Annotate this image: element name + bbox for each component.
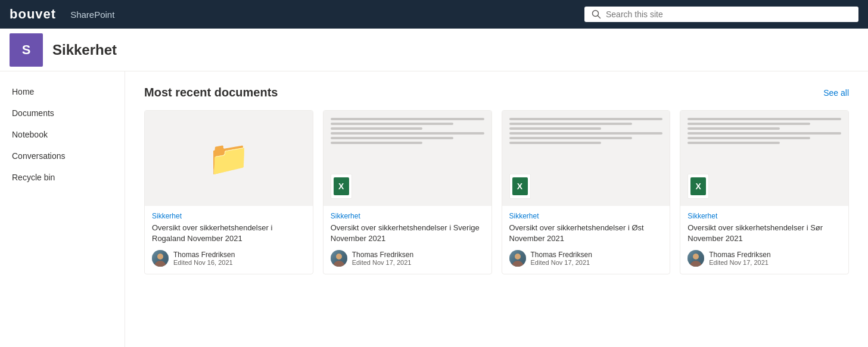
thumb-line	[687, 132, 841, 135]
author-info: Thomas Fredriksen Edited Nov 17, 2021	[352, 251, 413, 266]
author-info: Thomas Fredriksen Edited Nov 16, 2021	[173, 251, 235, 266]
thumb-line	[331, 132, 484, 135]
avatar	[152, 250, 169, 267]
app-name: SharePoint	[70, 10, 114, 20]
search-box[interactable]	[584, 7, 858, 22]
doc-name: Oversikt over sikkerhetshendelser i Sver…	[331, 223, 484, 244]
documents-grid: 📁 Sikkerhet Oversikt over sikkerhetshend…	[144, 110, 849, 274]
site-logo-box: S	[10, 33, 43, 67]
doc-card[interactable]: 📁 Sikkerhet Oversikt over sikkerhetshend…	[144, 110, 313, 274]
excel-icon-wrap: X	[331, 174, 352, 199]
thumb-line	[687, 123, 810, 125]
author-edited: Edited Nov 17, 2021	[352, 259, 413, 266]
doc-name: Oversikt over sikkerhetshendelser i Sør …	[687, 223, 841, 244]
author-info: Thomas Fredriksen Edited Nov 17, 2021	[709, 251, 770, 266]
author-name: Thomas Fredriksen	[352, 251, 413, 259]
thumb-line	[687, 142, 780, 144]
thumb-line	[509, 127, 602, 130]
sidebar-item-home[interactable]: Home	[0, 81, 125, 102]
main-layout: Home Documents Notebook Conversations Re…	[0, 71, 868, 347]
author-edited: Edited Nov 17, 2021	[531, 259, 592, 266]
search-icon	[592, 10, 601, 19]
avatar-image	[152, 250, 169, 267]
avatar	[687, 250, 704, 267]
avatar-image	[687, 250, 704, 267]
author-edited: Edited Nov 16, 2021	[173, 259, 235, 266]
doc-author-row: Thomas Fredriksen Edited Nov 17, 2021	[509, 250, 663, 267]
thumb-line	[509, 137, 632, 139]
excel-icon: X	[512, 177, 528, 195]
site-header: S Sikkerhet	[0, 29, 868, 71]
doc-card-body: Sikkerhet Oversikt over sikkerhetshendel…	[323, 206, 491, 274]
doc-name: Oversikt over sikkerhetshendelser i Roga…	[152, 223, 306, 244]
svg-line-1	[598, 16, 601, 18]
avatar-image	[509, 250, 526, 267]
author-edited: Edited Nov 17, 2021	[709, 259, 770, 266]
doc-name: Oversikt over sikkerhetshendelser i Øst …	[509, 223, 663, 244]
content-area: Most recent documents See all 📁 Sikkerhe…	[125, 71, 868, 347]
site-title: Sikkerhet	[52, 42, 117, 58]
see-all-link[interactable]: See all	[823, 88, 849, 98]
thumb-line	[687, 127, 780, 130]
avatar	[509, 250, 526, 267]
doc-site-label[interactable]: Sikkerhet	[509, 212, 663, 220]
thumb-lines	[331, 118, 484, 146]
excel-icon-wrap: X	[509, 174, 531, 199]
doc-card[interactable]: X Sikkerhet Oversikt over sikkerhetshend…	[502, 110, 671, 274]
thumb-line	[509, 123, 632, 125]
thumb-line	[331, 142, 423, 144]
author-name: Thomas Fredriksen	[173, 251, 235, 259]
thumb-line	[331, 118, 484, 120]
section-title: Most recent documents	[144, 86, 278, 99]
doc-site-label[interactable]: Sikkerhet	[152, 212, 306, 220]
doc-card[interactable]: X Sikkerhet Oversikt over sikkerhetshend…	[323, 110, 492, 274]
author-name: Thomas Fredriksen	[531, 251, 592, 259]
excel-icon-wrap: X	[687, 174, 709, 199]
thumb-line	[331, 137, 453, 139]
thumb-line	[331, 127, 423, 130]
doc-card-body: Sikkerhet Oversikt over sikkerhetshendel…	[502, 206, 670, 274]
sidebar-item-conversations[interactable]: Conversations	[0, 145, 125, 167]
thumb-line	[509, 132, 663, 135]
sidebar: Home Documents Notebook Conversations Re…	[0, 71, 125, 347]
thumb-line	[331, 123, 453, 125]
site-logo[interactable]: bouvet	[10, 7, 56, 22]
thumb-lines	[687, 118, 841, 146]
section-header: Most recent documents See all	[144, 86, 849, 99]
thumb-line	[687, 118, 841, 120]
thumb-line	[509, 142, 602, 144]
doc-site-label[interactable]: Sikkerhet	[687, 212, 841, 220]
excel-icon: X	[334, 177, 349, 195]
doc-author-row: Thomas Fredriksen Edited Nov 16, 2021	[152, 250, 306, 267]
doc-thumb: X	[323, 111, 491, 206]
doc-author-row: Thomas Fredriksen Edited Nov 17, 2021	[687, 250, 841, 267]
thumb-lines	[509, 118, 663, 146]
doc-card-body: Sikkerhet Oversikt over sikkerhetshendel…	[680, 206, 848, 274]
thumb-line	[509, 118, 663, 120]
top-navigation: bouvet SharePoint	[0, 0, 868, 29]
sidebar-item-recycle-bin[interactable]: Recycle bin	[0, 167, 125, 188]
author-name: Thomas Fredriksen	[709, 251, 770, 259]
excel-icon: X	[690, 177, 706, 195]
doc-thumb: X	[502, 111, 670, 206]
doc-card[interactable]: X Sikkerhet Oversikt over sikkerhetshend…	[680, 110, 849, 274]
doc-thumb: 📁	[145, 111, 313, 206]
sidebar-item-documents[interactable]: Documents	[0, 102, 125, 124]
folder-icon: 📁	[208, 142, 250, 175]
search-input[interactable]	[606, 10, 851, 19]
avatar	[331, 250, 347, 267]
doc-thumb: X	[680, 111, 848, 206]
doc-card-body: Sikkerhet Oversikt over sikkerhetshendel…	[145, 206, 313, 274]
avatar-image	[331, 250, 347, 267]
doc-author-row: Thomas Fredriksen Edited Nov 17, 2021	[331, 250, 484, 267]
sidebar-item-notebook[interactable]: Notebook	[0, 124, 125, 145]
doc-site-label[interactable]: Sikkerhet	[331, 212, 484, 220]
thumb-line	[687, 137, 810, 139]
author-info: Thomas Fredriksen Edited Nov 17, 2021	[531, 251, 592, 266]
